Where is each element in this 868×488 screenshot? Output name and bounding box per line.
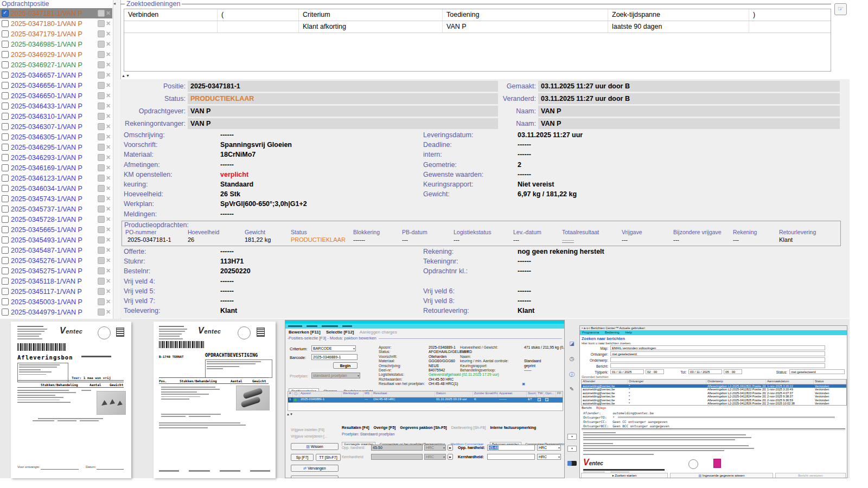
item-checkbox[interactable] xyxy=(2,288,9,295)
bekomen-kern-unit-select[interactable]: HRC▾ xyxy=(537,454,561,460)
item-checkbox[interactable] xyxy=(2,175,9,182)
close-icon[interactable]: ✕ xyxy=(105,185,112,192)
close-icon[interactable]: ✕ xyxy=(105,206,112,213)
menu-help[interactable]: Help xyxy=(625,331,631,334)
gevraagd-kern-input[interactable] xyxy=(371,454,423,460)
sidebar-item-order-position[interactable]: 2025-0345003-1/VAN P ✕ xyxy=(0,297,112,307)
sidebar-item-order-position[interactable]: 2025-0347180-1/VAN P ✕ xyxy=(0,18,112,29)
cell-zoek-tijdspanne[interactable]: laatste 90 dagen xyxy=(608,21,749,33)
item-checkbox[interactable] xyxy=(2,144,9,151)
item-checkbox[interactable] xyxy=(2,278,9,285)
sidebar-item-order-position[interactable]: 2025-0347181-1/VAN P ✕ xyxy=(0,8,112,18)
item-checkbox[interactable] xyxy=(2,113,9,120)
message-row[interactable]: automelding@ventec.be * Afleveringsbon L… xyxy=(582,402,846,405)
splitter-collapse-icon[interactable]: ◂ xyxy=(113,1,116,6)
close-icon[interactable]: ✕ xyxy=(105,278,112,285)
detach-window-icon[interactable] xyxy=(98,164,105,171)
zoeken-starten-button[interactable]: ▸ Zoeken starten xyxy=(581,473,668,478)
column-header[interactable]: ) xyxy=(749,9,827,21)
sidebar-item-order-position[interactable]: 2025-0345493-1/VAN P ✕ xyxy=(0,235,112,245)
item-checkbox[interactable] xyxy=(2,164,9,171)
sidebar-item-order-position[interactable]: 2025-0346034-1/VAN P ✕ xyxy=(0,183,112,194)
status-select[interactable]: niet geselecteerd xyxy=(789,369,845,374)
sidebar-item-order-position[interactable]: 2025-0346985-1/VAN P ✕ xyxy=(0,39,112,49)
copy-value-button[interactable]: ▸ xyxy=(448,454,453,460)
close-icon[interactable]: ✕ xyxy=(105,267,112,274)
wissen-button[interactable]: ▨ Wissen xyxy=(291,443,339,450)
splitter-collapse-icon[interactable]: ▲▼ xyxy=(286,413,293,416)
sidebar-item-order-position[interactable]: 2025-0346433-1/VAN P ✕ xyxy=(0,101,112,111)
item-checkbox[interactable] xyxy=(2,195,9,202)
sidebar-item-order-position[interactable]: 2025-0346307-1/VAN P ✕ xyxy=(0,121,112,132)
sidebar-item-order-position[interactable]: 2025-0345737-1/VAN P ✕ xyxy=(0,204,112,214)
close-icon[interactable]: ✕ xyxy=(105,72,112,79)
detach-window-icon[interactable] xyxy=(98,154,105,161)
sidebar-item-order-position[interactable]: 2025-0346657-1/VAN P ✕ xyxy=(0,70,112,80)
item-checkbox[interactable] xyxy=(2,247,9,254)
sidebar-item-order-position[interactable]: 2025-0345743-1/VAN P ✕ xyxy=(0,194,112,204)
detach-window-icon[interactable] xyxy=(98,82,105,89)
cell-open-paren[interactable] xyxy=(218,21,299,33)
tot-time-input[interactable]: 05 : 00 xyxy=(724,369,742,374)
close-icon[interactable]: ✕ xyxy=(105,257,112,264)
detach-window-icon[interactable] xyxy=(98,51,105,58)
sidebar-item-order-position[interactable]: 2025-0346929-1/VAN P ✕ xyxy=(0,49,112,60)
sidebar-item-order-position[interactable]: 2025-0346295-1/VAN P ✕ xyxy=(0,142,112,152)
column-header[interactable]: Zoek-tijdspanne xyxy=(608,9,749,21)
tab-deellevering[interactable]: Deellevering [Sh-F8] xyxy=(451,426,486,429)
detach-window-icon[interactable] xyxy=(98,133,105,140)
tab-resultaten[interactable]: Resultaten [F4] xyxy=(342,426,369,429)
bekomen-unit-select[interactable]: HRC▾ xyxy=(537,445,561,451)
close-icon[interactable]: ✕ xyxy=(105,133,112,140)
detach-window-icon[interactable] xyxy=(98,247,105,254)
afleveringsbon-thumbnail[interactable]: Ventec Afleveringsbon Tour: 1 maa wun vr… xyxy=(11,322,131,478)
cell-verbinden[interactable] xyxy=(124,21,218,33)
window-menubar[interactable] xyxy=(285,324,564,329)
close-icon[interactable]: ✕ xyxy=(105,164,112,171)
close-icon[interactable]: ✕ xyxy=(105,236,112,243)
ontvanger-select[interactable]: niet geselecteerd xyxy=(610,351,825,356)
bericht-versturen-button[interactable]: Bericht versturen xyxy=(775,473,846,478)
close-icon[interactable]: ✕ xyxy=(105,61,112,68)
bijlage-link[interactable]: Bijlage xyxy=(596,406,606,409)
pakbon-button[interactable]: ▤ Pakbon [F8] xyxy=(291,476,339,478)
close-icon[interactable]: ✕ xyxy=(105,226,112,233)
close-icon[interactable]: ✕ xyxy=(105,216,112,223)
detach-window-icon[interactable] xyxy=(98,278,105,285)
detach-window-icon[interactable] xyxy=(98,113,105,120)
vervangen-button[interactable]: ⇄ Vervangen xyxy=(291,465,339,472)
close-icon[interactable]: ✕ xyxy=(105,154,112,161)
cell-criterium[interactable]: Klant afkorting xyxy=(299,21,443,33)
barcode-input[interactable]: 2025-0346889-1 xyxy=(311,354,358,360)
sidebar-item-order-position[interactable]: 2025-0346123-1/VAN P ✕ xyxy=(0,173,112,183)
close-icon[interactable]: ✕ xyxy=(105,30,112,37)
item-checkbox[interactable] xyxy=(2,61,9,68)
detach-window-icon[interactable] xyxy=(98,102,105,110)
gevraagd-unit-select[interactable]: HRC▾ xyxy=(424,445,446,451)
bekomen-kern-input[interactable] xyxy=(487,454,535,460)
vertical-splitter[interactable] xyxy=(113,0,121,319)
item-checkbox[interactable] xyxy=(2,82,9,89)
sidebar-item-order-position[interactable]: 2025-0346656-1/VAN P ✕ xyxy=(0,80,112,91)
item-checkbox[interactable] xyxy=(2,309,9,316)
opdrachtbevestiging-thumbnail[interactable]: Ventec B-1740 TERNAT OPDRACHTBEVESTIGING… xyxy=(154,322,276,478)
detach-window-icon[interactable] xyxy=(98,20,105,27)
item-checkbox[interactable] xyxy=(2,41,9,48)
column-header[interactable]: Criterium xyxy=(299,9,443,21)
close-icon[interactable]: ✕ xyxy=(105,123,112,130)
detach-window-icon[interactable] xyxy=(98,226,105,233)
item-checkbox[interactable] xyxy=(2,92,9,99)
item-checkbox[interactable] xyxy=(2,206,9,213)
tijdperk-time-input[interactable]: 02 : 00 xyxy=(646,369,664,374)
detach-window-icon[interactable] xyxy=(98,195,105,202)
cell-close-paren[interactable] xyxy=(749,21,827,33)
tt-button[interactable]: TT [Sh-F7] xyxy=(316,454,341,461)
sidebar-item-order-position[interactable]: 2025-0345117-1/VAN P ✕ xyxy=(0,286,112,297)
tab-bewerken[interactable]: Bewerken [F11] xyxy=(289,330,321,335)
sidebar-item-order-position[interactable]: 2025-0346927-1/VAN P ✕ xyxy=(0,60,112,70)
detach-window-icon[interactable] xyxy=(98,257,105,264)
item-checkbox[interactable] xyxy=(2,102,9,110)
cell-toediening[interactable]: VAN P xyxy=(443,21,608,33)
map-select[interactable]: EMAIL verzonden voltooiingen xyxy=(610,345,825,350)
sidebar-item-order-position[interactable]: 2025-0345728-1/VAN P ✕ xyxy=(0,214,112,224)
